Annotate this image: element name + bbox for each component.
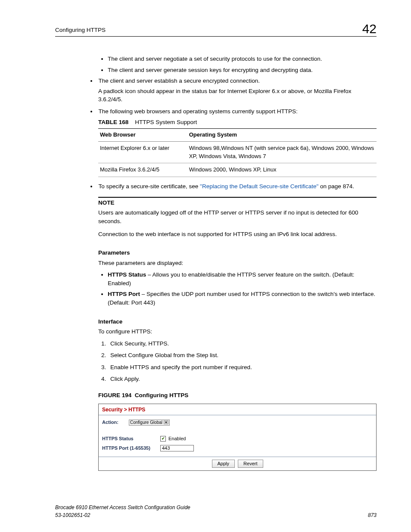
step-item: Click Security, HTTPS. [108, 339, 377, 348]
action-label: Action: [102, 420, 129, 425]
chapter-number: 42 [362, 22, 377, 35]
param-list: HTTPS Status – Allows you to enable/disa… [98, 271, 377, 307]
table-cell: Windows 98,Windows NT (with service pack… [187, 141, 377, 163]
text: To specify a secure-site certificate, se… [99, 183, 200, 190]
table-header: Operating System [187, 128, 377, 141]
note-paragraph: Connection to the web interface is not s… [98, 230, 377, 239]
page-footer: Brocade 6910 Ethernet Access Switch Conf… [55, 504, 377, 519]
select-value: Configure Global [130, 420, 162, 425]
param-label: HTTPS Port [108, 291, 140, 297]
list-item: HTTPS Port – Specifies the UDP port numb… [108, 290, 377, 307]
list-item: The client and server generate session k… [108, 66, 377, 75]
table-title: HTTPS System Support [135, 119, 197, 125]
figure-title: Configuring HTTPS [135, 392, 188, 398]
list-item: To specify a secure-site certificate, se… [90, 182, 377, 191]
param-text: – Specifies the UDP port number used for… [108, 291, 375, 306]
header-title: Configuring HTTPS [55, 26, 106, 34]
table-cell: Internet Explorer 6.x or later [98, 141, 187, 163]
outer-bullet-list: The following web browsers and operating… [98, 107, 377, 191]
action-row: Action: Configure Global ▼ [102, 420, 373, 426]
support-table: Web Browser Operating System Internet Ex… [98, 128, 377, 177]
cross-ref-link[interactable]: "Replacing the Default Secure-site Certi… [200, 183, 318, 190]
parameters-heading: Parameters [98, 249, 377, 257]
screenshot-panel: Security > HTTPS Action: Configure Globa… [98, 404, 377, 471]
text: The following web browsers and operating… [99, 108, 298, 115]
list-item: The following web browsers and operating… [90, 107, 377, 177]
content-body: The client and server negotiate a set of… [98, 55, 377, 471]
footer-doc-number: 53-1002651-02 [55, 512, 190, 519]
text: on page 874. [318, 183, 354, 190]
note-paragraph: Users are automatically logged off of th… [98, 208, 377, 225]
page-number: 873 [368, 512, 377, 519]
interface-heading: Interface [98, 317, 377, 326]
table-header: Web Browser [98, 128, 187, 141]
table-caption: TABLE 168 HTTPS System Support [98, 118, 377, 127]
steps-list: Click Security, HTTPS. Select Configure … [98, 339, 377, 383]
action-select[interactable]: Configure Global ▼ [129, 420, 170, 426]
outer-bullet-list: The client and server establish a secure… [98, 77, 377, 104]
list-item: The client and server establish a secure… [90, 77, 377, 104]
https-status-checkbox[interactable]: ✔ [160, 436, 166, 442]
step-item: Click Apply. [108, 375, 377, 383]
step-item: Select Configure Global from the Step li… [108, 351, 377, 360]
figure-caption: FIGURE 194 Configuring HTTPS [98, 391, 377, 400]
paragraph: To configure HTTPS: [98, 327, 377, 336]
table-row: Internet Explorer 6.x or later Windows 9… [98, 141, 377, 163]
note-separator [98, 197, 377, 198]
enabled-text: Enabled [168, 436, 186, 442]
https-port-label: HTTPS Port (1-65535) [102, 445, 160, 451]
apply-button[interactable]: Apply [212, 460, 235, 468]
paragraph: A padlock icon should appear in the stat… [98, 87, 377, 104]
table-row: Mozilla Firefox 3.6.2/4/5 Windows 2000, … [98, 163, 377, 177]
paragraph: These parameters are displayed: [98, 259, 377, 268]
list-item: The client and server negotiate a set of… [108, 55, 377, 63]
table-cell: Mozilla Firefox 3.6.2/4/5 [98, 163, 187, 177]
step-item: Enable HTTPS and specify the port number… [108, 363, 377, 372]
footer-book-title: Brocade 6910 Ethernet Access Switch Conf… [55, 504, 190, 511]
breadcrumb: Security > HTTPS [99, 404, 376, 414]
list-item: HTTPS Status – Allows you to enable/disa… [108, 271, 377, 287]
chevron-down-icon: ▼ [164, 420, 168, 424]
page-header: Configuring HTTPS 42 [55, 26, 377, 37]
table-cell: Windows 2000, Windows XP, Linux [187, 163, 377, 177]
revert-button[interactable]: Revert [238, 460, 263, 468]
table-label: TABLE 168 [98, 119, 128, 125]
https-port-input[interactable]: 443 [160, 445, 194, 451]
https-status-label: HTTPS Status [102, 436, 160, 442]
figure-label: FIGURE 194 [98, 392, 131, 398]
nested-bullet-list: The client and server negotiate a set of… [98, 55, 377, 74]
text: The client and server establish a secure… [99, 78, 260, 84]
note-label: NOTE [98, 199, 377, 207]
param-label: HTTPS Status [108, 271, 146, 278]
